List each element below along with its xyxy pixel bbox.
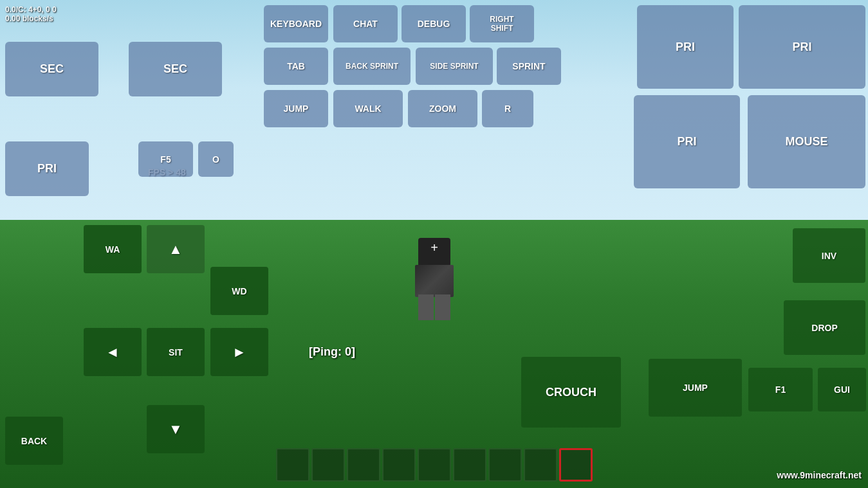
hotbar-slot-4[interactable] [382, 448, 416, 482]
hotbar-slot-9-selected[interactable] [559, 448, 593, 482]
chat-button[interactable]: CHAT [333, 5, 398, 42]
pri-top-right2-button[interactable]: PRI [739, 5, 865, 89]
crosshair: + [428, 241, 441, 254]
gui-button[interactable]: GUI [818, 368, 866, 411]
hotbar-slot-3[interactable] [347, 448, 380, 482]
keyboard-button[interactable]: KEYBOARD [264, 5, 328, 42]
player-body [415, 265, 454, 297]
tab-button[interactable]: TAB [264, 48, 328, 85]
mouse-button[interactable]: MOUSE [748, 95, 865, 188]
crouch-button[interactable]: CROUCH [521, 357, 621, 428]
debug-button[interactable]: DEBUG [402, 5, 466, 42]
player-leg-left [418, 294, 434, 320]
r-button[interactable]: R [482, 90, 533, 127]
sec-left1-button[interactable]: SEC [5, 42, 98, 96]
back-sprint-button[interactable]: BACK SPRINT [333, 48, 411, 85]
o-button[interactable]: O [198, 141, 234, 177]
player-leg-right [435, 294, 450, 320]
drop-button[interactable]: DROP [784, 300, 865, 355]
jump-top-button[interactable]: JUMP [264, 90, 328, 127]
back-button[interactable]: BACK [5, 417, 63, 465]
f5-button[interactable]: F5 [138, 141, 193, 177]
hotbar-slot-7[interactable] [488, 448, 522, 482]
sprint-button[interactable]: SPRINT [497, 48, 561, 85]
forward-button[interactable]: ▲ [147, 225, 205, 273]
hotbar-slot-8[interactable] [524, 448, 557, 482]
inv-button[interactable]: INV [793, 228, 865, 283]
right-button[interactable]: ► [210, 328, 268, 376]
wd-button[interactable]: WD [210, 267, 268, 315]
hotbar-slot-2[interactable] [311, 448, 345, 482]
jump-right-button[interactable]: JUMP [649, 359, 742, 417]
wa-button[interactable]: WA [84, 225, 142, 273]
pri-left-button[interactable]: PRI [5, 141, 89, 196]
hotbar-slot-5[interactable] [418, 448, 451, 482]
f1-button[interactable]: F1 [748, 368, 813, 411]
side-sprint-button[interactable]: SIDE SPRINT [416, 48, 493, 85]
watermark: www.9minecraft.net [777, 470, 862, 480]
hotbar [276, 448, 593, 482]
sit-button[interactable]: SIT [147, 328, 205, 376]
left-button[interactable]: ◄ [84, 328, 142, 376]
hotbar-slot-6[interactable] [453, 448, 486, 482]
hotbar-slot-1[interactable] [276, 448, 309, 482]
walk-button[interactable]: WALK [333, 90, 403, 127]
pri-top-right1-button[interactable]: PRI [637, 5, 734, 89]
zoom-button[interactable]: ZOOM [408, 90, 477, 127]
right-shift-button[interactable]: RIGHTSHIFT [470, 5, 534, 42]
down-button[interactable]: ▼ [147, 405, 205, 453]
sec-left2-button[interactable]: SEC [129, 42, 222, 96]
pri-right-button[interactable]: PRI [634, 95, 740, 188]
